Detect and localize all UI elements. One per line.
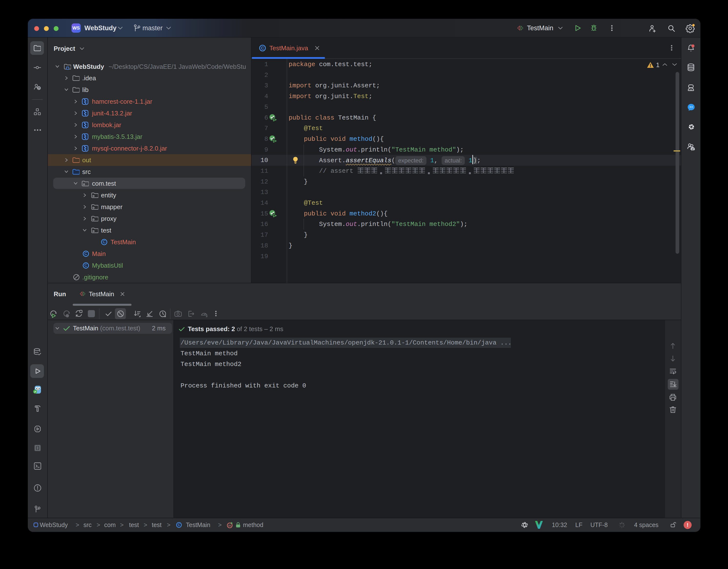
svg-text:C: C	[84, 263, 87, 267]
svg-text:m: m	[228, 523, 232, 528]
svg-text:C: C	[103, 240, 105, 244]
svg-text:C: C	[178, 523, 180, 527]
svg-text:C: C	[261, 46, 264, 51]
svg-text:?: ?	[38, 86, 40, 90]
svg-text:C: C	[84, 252, 87, 256]
